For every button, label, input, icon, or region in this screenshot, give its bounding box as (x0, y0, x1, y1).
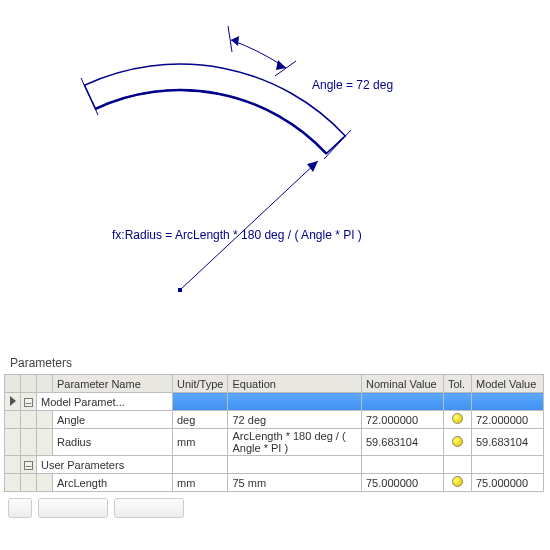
param-unit[interactable]: deg (173, 411, 228, 429)
sketch-canvas[interactable]: Angle = 72 deg fx:Radius = ArcLength * 1… (0, 0, 550, 350)
parameters-table[interactable]: Parameter Name Unit/Type Equation Nomina… (4, 374, 544, 492)
param-unit[interactable]: mm (173, 429, 228, 456)
param-model: 59.683104 (472, 429, 544, 456)
param-equation[interactable]: ArcLength * 180 deg / ( Angle * PI ) (228, 429, 362, 456)
table-header-row: Parameter Name Unit/Type Equation Nomina… (5, 375, 544, 393)
current-row-icon (10, 396, 16, 406)
param-unit[interactable]: mm (173, 474, 228, 492)
tolerance-icon (452, 476, 463, 487)
svg-marker-4 (231, 36, 239, 46)
toolbar-button[interactable] (114, 498, 184, 518)
param-equation[interactable]: 75 mm (228, 474, 362, 492)
radius-annotation: fx:Radius = ArcLength * 180 deg / ( Angl… (112, 228, 362, 242)
svg-line-6 (180, 161, 318, 290)
svg-rect-8 (178, 288, 182, 292)
param-nominal: 75.000000 (362, 474, 444, 492)
angle-annotation: Angle = 72 deg (312, 78, 393, 92)
group-row-model[interactable]: – Model Paramet... (5, 393, 544, 411)
collapse-icon[interactable]: – (24, 461, 33, 470)
param-tol[interactable] (444, 429, 472, 456)
param-name[interactable]: Radius (53, 429, 173, 456)
param-nominal: 59.683104 (362, 429, 444, 456)
param-tol[interactable] (444, 474, 472, 492)
svg-marker-5 (276, 60, 286, 70)
col-unit[interactable]: Unit/Type (173, 375, 228, 393)
table-row[interactable]: ArcLength mm 75 mm 75.000000 75.000000 (5, 474, 544, 492)
tolerance-icon (452, 436, 463, 447)
group-row-user[interactable]: – User Parameters (5, 456, 544, 474)
param-model: 72.000000 (472, 411, 544, 429)
param-nominal: 72.000000 (362, 411, 444, 429)
param-name[interactable]: ArcLength (53, 474, 173, 492)
svg-line-2 (228, 26, 232, 52)
col-parameter-name[interactable]: Parameter Name (53, 375, 173, 393)
group-label-model: Model Paramet... (37, 393, 173, 411)
group-label-user: User Parameters (37, 456, 173, 474)
param-equation[interactable]: 72 deg (228, 411, 362, 429)
toolbar-button[interactable] (8, 498, 32, 518)
col-nominal[interactable]: Nominal Value (362, 375, 444, 393)
tolerance-icon (452, 413, 463, 424)
collapse-icon[interactable]: – (24, 398, 33, 407)
parameters-panel-title: Parameters (10, 356, 550, 370)
parameters-toolbar (8, 498, 550, 518)
toolbar-button[interactable] (38, 498, 108, 518)
param-name[interactable]: Angle (53, 411, 173, 429)
param-model: 75.000000 (472, 474, 544, 492)
col-tol[interactable]: Tol. (444, 375, 472, 393)
col-equation[interactable]: Equation (228, 375, 362, 393)
param-tol[interactable] (444, 411, 472, 429)
table-row[interactable]: Radius mm ArcLength * 180 deg / ( Angle … (5, 429, 544, 456)
table-row[interactable]: Angle deg 72 deg 72.000000 72.000000 (5, 411, 544, 429)
col-model[interactable]: Model Value (472, 375, 544, 393)
